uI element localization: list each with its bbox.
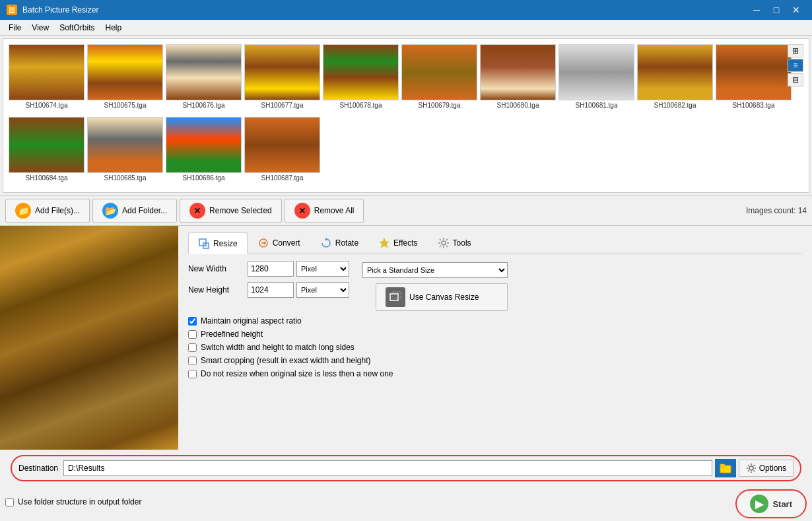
list-item[interactable]: SH100683.tga (716, 44, 792, 114)
tab-rotate[interactable]: Rotate (310, 232, 368, 254)
checkbox-aspect-ratio: Maintain original aspect ratio (188, 316, 802, 326)
canvas-resize-button[interactable]: Use Canvas Resize (376, 283, 508, 311)
options-label: Options (759, 464, 786, 473)
view-large-icon[interactable]: ⊞ (788, 44, 803, 57)
add-folder-icon: 📂 (102, 203, 118, 219)
rotate-tab-icon (320, 237, 332, 249)
canvas-resize-icon (386, 287, 405, 307)
remove-all-button[interactable]: ✕ Remove All (285, 199, 364, 223)
width-unit-select[interactable]: Pixel Percent Centimeter Inch (296, 261, 349, 277)
thumbnail-image (87, 44, 163, 100)
thumbnail-image (401, 44, 477, 100)
thumbnail-label: SH100676.tga (183, 102, 225, 109)
remove-selected-icon: ✕ (189, 203, 205, 219)
destination-container: Destination Options (0, 450, 812, 487)
thumbnail-label: SH100675.tga (104, 102, 147, 109)
list-item[interactable]: SH100687.tga (244, 117, 320, 187)
tab-bar: Resize Convert Rotate (188, 232, 802, 254)
menu-help[interactable]: Help (100, 22, 127, 34)
list-item[interactable]: SH100679.tga (401, 44, 477, 114)
add-files-label: Add File(s)... (35, 206, 80, 215)
list-item[interactable]: SH100682.tga (637, 44, 713, 114)
canvas-resize-label: Use Canvas Resize (409, 293, 479, 302)
view-controls: ⊞ ≡ ⊟ (788, 44, 803, 87)
close-button[interactable]: ✕ (787, 3, 805, 17)
minimize-button[interactable]: ─ (747, 3, 766, 17)
list-item[interactable]: SH100684.tga (9, 117, 85, 187)
folder-structure-checkbox[interactable] (5, 498, 14, 506)
preview-image (0, 226, 178, 450)
thumbnail-label: SH100684.tga (26, 174, 68, 182)
thumbnail-label: SH100685.tga (104, 174, 147, 182)
thumbnail-image (558, 44, 634, 100)
destination-bar: Destination Options (11, 455, 801, 481)
checkbox-predefined-height-input[interactable] (188, 330, 197, 339)
svg-point-10 (749, 466, 753, 470)
tools-tab-icon (438, 237, 450, 249)
standard-size-select[interactable]: Pick a Standard Size (362, 262, 508, 278)
thumbnail-image (244, 117, 320, 173)
thumbnail-image (9, 117, 85, 173)
add-files-button[interactable]: 📁 Add File(s)... (5, 199, 90, 223)
list-item[interactable]: SH100685.tga (87, 117, 163, 187)
view-list[interactable]: ≡ (788, 59, 803, 72)
browse-folder-icon (720, 463, 731, 473)
gallery-scroll[interactable]: SH100674.tgaSH100675.tgaSH100676.tgaSH10… (3, 39, 809, 192)
thumbnail-label: SH100683.tga (733, 102, 775, 109)
list-item[interactable]: SH100681.tga (558, 44, 634, 114)
folder-structure-label: Use folder structure in output folder (18, 497, 141, 506)
toolbar: 📁 Add File(s)... 📂 Add Folder... ✕ Remov… (0, 195, 812, 225)
list-item[interactable]: SH100674.tga (9, 44, 85, 114)
list-item[interactable]: SH100677.tga (244, 44, 320, 114)
width-row: New Width Pixel Percent Centimeter Inch (188, 261, 349, 277)
checkboxes-area: Maintain original aspect ratio Predefine… (188, 316, 802, 378)
menu-view[interactable]: View (26, 22, 54, 34)
height-row: New Height Pixel Percent Centimeter Inch (188, 282, 349, 298)
checkbox-smart-crop-input[interactable] (188, 357, 197, 365)
start-button[interactable]: ▶ Start (735, 489, 807, 518)
thumbnail-image (166, 44, 242, 100)
add-folder-button[interactable]: 📂 Add Folder... (92, 199, 177, 223)
app-title: Batch Picture Resizer (22, 5, 747, 15)
thumbnail-label: SH100686.tga (183, 174, 225, 182)
list-item[interactable]: SH100686.tga (166, 117, 242, 187)
height-unit-select[interactable]: Pixel Percent Centimeter Inch (296, 282, 349, 298)
list-item[interactable]: SH100678.tga (323, 44, 399, 114)
thumbnail-image (323, 44, 399, 100)
options-gear-icon (746, 463, 757, 473)
thumbnail-label: SH100680.tga (497, 102, 539, 109)
tab-resize-label: Resize (213, 239, 238, 248)
checkbox-switch-sides-input[interactable] (188, 343, 197, 352)
remove-selected-button[interactable]: ✕ Remove Selected (180, 199, 282, 223)
images-count: Images count: 14 (746, 206, 807, 215)
tab-effects[interactable]: Effects (368, 232, 427, 254)
width-label: New Width (188, 264, 248, 273)
height-input[interactable] (248, 282, 294, 298)
list-item[interactable]: SH100675.tga (87, 44, 163, 114)
resize-form: New Width Pixel Percent Centimeter Inch (188, 261, 802, 378)
list-item[interactable]: SH100676.tga (166, 44, 242, 114)
checkbox-switch-sides: Switch width and height to match long si… (188, 343, 802, 352)
convert-tab-icon (257, 237, 269, 249)
list-item[interactable]: SH100680.tga (480, 44, 556, 114)
destination-input[interactable] (63, 460, 712, 476)
maximize-button[interactable]: □ (767, 3, 786, 17)
view-grid[interactable]: ⊟ (788, 73, 803, 87)
resize-tab-icon (198, 238, 210, 250)
start-label: Start (772, 499, 792, 509)
title-bar: 🖼 Batch Picture Resizer ─ □ ✕ (0, 0, 812, 20)
thumbnail-label: SH100677.tga (261, 102, 304, 109)
tab-tools[interactable]: Tools (428, 232, 481, 254)
width-input[interactable] (248, 261, 294, 277)
menu-file[interactable]: File (3, 22, 26, 34)
checkbox-no-resize-label: Do not resize when original size is less… (201, 369, 393, 378)
menu-softorbits[interactable]: SoftOrbits (54, 22, 100, 34)
thumbnail-label: SH100679.tga (419, 102, 461, 109)
options-button[interactable]: Options (739, 460, 794, 477)
destination-browse-button[interactable] (715, 459, 736, 477)
checkbox-aspect-ratio-input[interactable] (188, 317, 197, 326)
checkbox-no-resize-input[interactable] (188, 370, 197, 378)
tab-convert[interactable]: Convert (248, 232, 310, 254)
tab-resize[interactable]: Resize (188, 232, 248, 254)
thumbnail-label: SH100682.tga (654, 102, 696, 109)
